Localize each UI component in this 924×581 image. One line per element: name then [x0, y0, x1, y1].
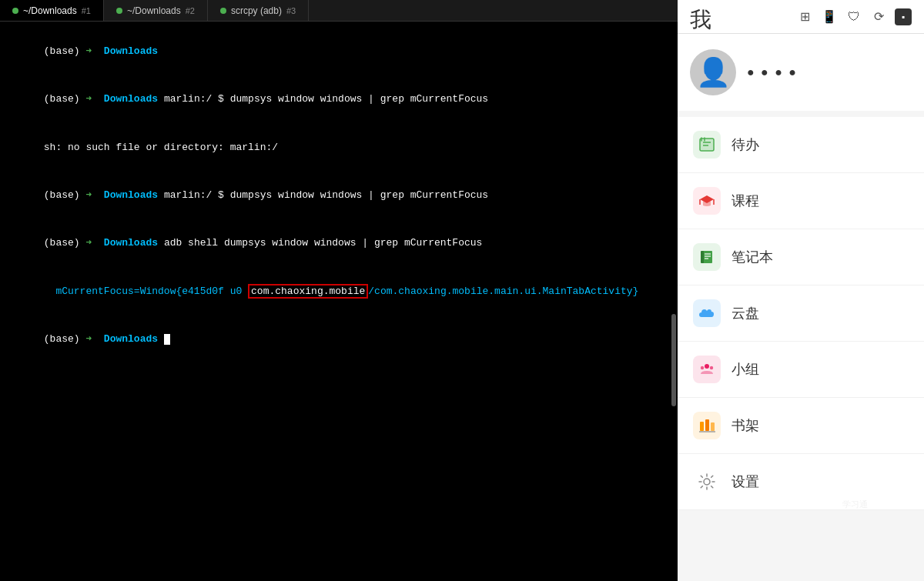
- profile-name: ● ● ● ●: [747, 65, 798, 79]
- tab-dot-1: [12, 8, 18, 14]
- profile-section: 👤 ● ● ● ●: [678, 34, 924, 111]
- bookshelf-icon: [693, 412, 721, 439]
- cloud-icon: [693, 299, 721, 327]
- nav-item-cloud[interactable]: 云盘: [678, 285, 924, 342]
- settings-icon: [693, 468, 721, 496]
- scrollbar-thumb[interactable]: [671, 314, 676, 406]
- nav-item-course[interactable]: 课程: [678, 173, 924, 229]
- tab-1[interactable]: ~/Downloads #1: [0, 0, 104, 21]
- watermark: 学习通: [785, 473, 924, 535]
- group-icon: [693, 356, 721, 383]
- terminal-body: (base) ➜ Downloads (base) ➜ Downloads ma…: [0, 22, 678, 581]
- tab-bar: ~/Downloads #1 ~/Downloads #2 scrcpy (ad…: [0, 0, 678, 22]
- nav-label-cloud: 云盘: [732, 304, 759, 322]
- right-panel: 我 ⊞ 📱 🛡 ⟳ ▪ 👤 ● ● ● ● 待办 课程 笔记本: [678, 0, 924, 581]
- svg-rect-5: [701, 251, 704, 263]
- tab-label-1: ~/Downloads: [23, 5, 77, 16]
- nav-label-group: 小组: [732, 360, 759, 379]
- terminal-line-6: mCurrentFocus=Window{e415d0f u0 com.chao…: [8, 268, 670, 316]
- svg-rect-13: [705, 419, 709, 431]
- nav-item-group[interactable]: 小组: [678, 342, 924, 398]
- tab-dot-3: [220, 8, 226, 14]
- nav-label-notebook: 笔记本: [732, 248, 773, 266]
- shield-icon[interactable]: 🛡: [845, 8, 862, 25]
- avatar: 👤: [690, 49, 736, 95]
- me-label: 我: [690, 0, 724, 35]
- terminal-line-1: (base) ➜ Downloads: [8, 28, 670, 75]
- nav-label-todo: 待办: [732, 135, 759, 154]
- terminal-line-2: (base) ➜ Downloads marlin:/ $ dumpsys wi…: [8, 75, 670, 123]
- terminal-line-7: (base) ➜ Downloads: [8, 316, 670, 363]
- svg-point-11: [710, 366, 713, 369]
- terminal-panel: ~/Downloads #1 ~/Downloads #2 scrcpy (ad…: [0, 0, 678, 581]
- terminal-line-4: (base) ➜ Downloads marlin:/ $ dumpsys wi…: [8, 172, 670, 219]
- tab-label-2: ~/Downloads: [127, 5, 181, 16]
- terminal-line-3: sh: no such file or directory: marlin:/: [8, 124, 670, 172]
- svg-rect-12: [700, 422, 704, 431]
- terminal-line-5: (base) ➜ Downloads adb shell dumpsys win…: [8, 220, 670, 268]
- nav-label-course: 课程: [732, 192, 759, 210]
- nav-label-bookshelf: 书架: [732, 416, 759, 435]
- course-icon: [693, 187, 721, 215]
- todo-icon: [693, 131, 721, 159]
- nav-item-bookshelf[interactable]: 书架: [678, 398, 924, 454]
- svg-point-9: [705, 364, 709, 369]
- notebook-icon: [693, 243, 721, 271]
- highlight-package: com.chaoxing.mobile: [248, 284, 368, 299]
- tab-2[interactable]: ~/Downloads #2: [104, 0, 208, 21]
- nav-item-todo[interactable]: 待办: [678, 117, 924, 173]
- refresh-icon[interactable]: ⟳: [870, 8, 887, 25]
- svg-rect-14: [711, 422, 715, 431]
- cursor: [164, 334, 170, 345]
- nav-label-settings: 设置: [732, 472, 759, 491]
- tab-number-3: #3: [286, 6, 296, 15]
- tab-label-3: scrcpy (adb): [231, 5, 282, 16]
- right-header: 我 ⊞ 📱 🛡 ⟳ ▪: [678, 0, 924, 34]
- svg-point-10: [701, 366, 704, 369]
- tab-dot-2: [116, 8, 122, 14]
- phone-icon[interactable]: 📱: [821, 8, 838, 25]
- dark-mode-btn[interactable]: ▪: [895, 8, 912, 25]
- scrollbar-track[interactable]: [671, 22, 676, 581]
- tab-3[interactable]: scrcpy (adb) #3: [208, 0, 309, 21]
- grid-icon[interactable]: ⊞: [796, 8, 813, 25]
- tab-number-1: #1: [82, 6, 91, 15]
- nav-item-notebook[interactable]: 笔记本: [678, 229, 924, 285]
- tab-number-2: #2: [186, 6, 195, 15]
